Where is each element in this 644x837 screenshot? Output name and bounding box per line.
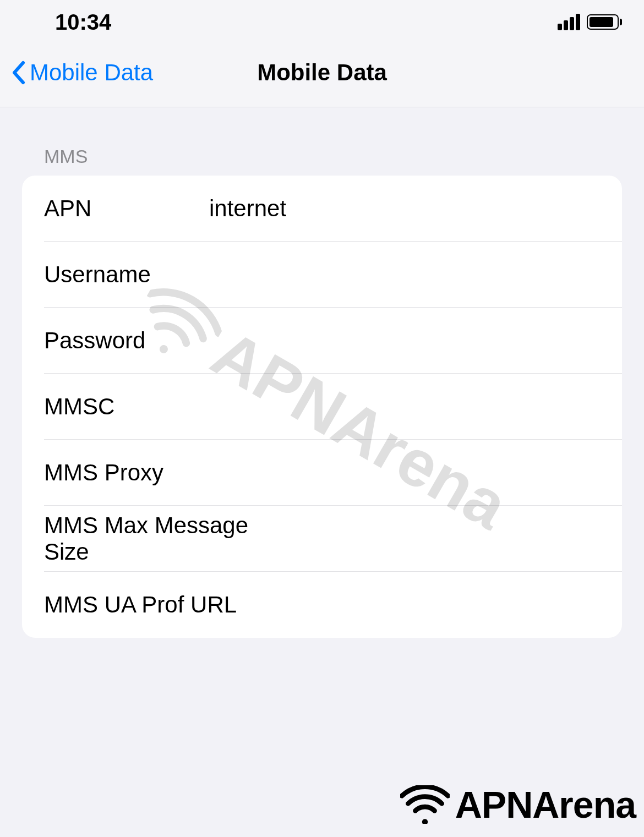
row-mms-proxy[interactable]: MMS Proxy [22,440,622,506]
label-mmsc: MMSC [44,393,182,420]
settings-group-mms: APN Username Password MMSC MMS Proxy MMS… [22,176,622,638]
wifi-icon [400,785,450,824]
status-bar: 10:34 [0,0,644,44]
status-indicators [558,14,622,30]
label-username: Username [44,261,182,288]
status-time: 10:34 [55,10,111,35]
row-password[interactable]: Password [22,308,622,374]
label-password: Password [44,327,182,354]
page-title: Mobile Data [257,59,387,86]
back-button[interactable]: Mobile Data [11,59,153,86]
input-mmsc[interactable] [182,393,600,420]
row-apn[interactable]: APN [22,176,622,242]
label-mms-ua-prof: MMS UA Prof URL [44,592,237,618]
label-apn: APN [44,195,182,222]
brand-text: APNArena [455,783,636,826]
row-mms-max-size[interactable]: MMS Max Message Size [22,506,622,572]
battery-icon [587,14,622,30]
label-mms-proxy: MMS Proxy [44,459,182,486]
input-mms-max-size[interactable] [282,526,600,552]
input-apn[interactable] [182,195,600,222]
input-mms-ua-prof[interactable] [237,592,600,618]
section-header-mms: MMS [22,146,622,176]
label-mms-max-size: MMS Max Message Size [44,512,282,565]
chevron-left-icon [11,61,25,85]
brand-footer: APNArena [400,783,636,826]
cellular-signal-icon [558,14,580,30]
back-label: Mobile Data [30,59,153,86]
navigation-bar: Mobile Data Mobile Data [0,44,644,107]
input-username[interactable] [182,261,600,288]
content-area: MMS APN Username Password MMSC MMS Proxy… [0,107,644,638]
row-username[interactable]: Username [22,242,622,308]
input-mms-proxy[interactable] [182,459,600,486]
input-password[interactable] [182,327,600,354]
row-mms-ua-prof[interactable]: MMS UA Prof URL [22,572,622,638]
row-mmsc[interactable]: MMSC [22,374,622,440]
